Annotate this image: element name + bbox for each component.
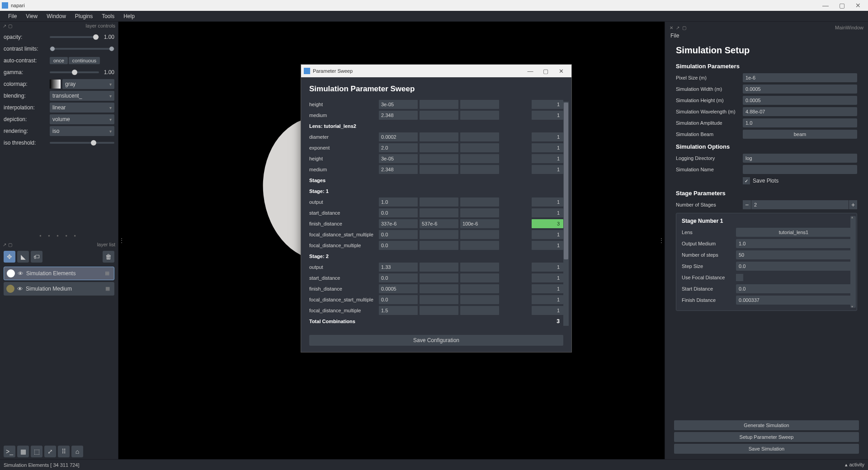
roll-icon[interactable]: ⬚ — [31, 446, 42, 457]
sweep-count[interactable]: 1 — [532, 273, 563, 282]
sweep-cell[interactable]: 0.0 — [379, 230, 418, 239]
sweep-cell[interactable] — [460, 111, 499, 120]
home-icon[interactable]: ⌂ — [71, 446, 83, 457]
sim-beam-select[interactable]: beam — [743, 130, 857, 139]
focal-checkbox[interactable] — [736, 274, 743, 281]
sweep-cell[interactable]: 0.0002 — [379, 132, 418, 141]
sweep-cell[interactable] — [420, 306, 458, 315]
sweep-cell[interactable] — [460, 273, 499, 282]
pixel-size-input[interactable]: 1e-6 — [743, 73, 857, 82]
sweep-cell[interactable] — [420, 197, 458, 207]
generate-simulation-button[interactable]: Generate Simulation — [674, 420, 859, 430]
sweep-cell[interactable] — [420, 165, 458, 174]
sweep-cell[interactable] — [460, 241, 499, 250]
sim-width-input[interactable]: 0.0005 — [743, 85, 857, 94]
sweep-cell[interactable] — [460, 295, 499, 304]
right-menu-file[interactable]: File — [667, 32, 866, 40]
sweep-cell[interactable] — [460, 306, 499, 315]
num-stages-stepper[interactable]: − 2 + — [743, 200, 857, 209]
lens-select[interactable]: tutorial_lens1 — [736, 228, 851, 237]
sweep-count[interactable]: 1 — [532, 284, 563, 293]
sweep-cell[interactable] — [420, 263, 458, 272]
undock-icon[interactable]: ↗ — [676, 25, 679, 30]
sweep-cell[interactable]: 3e-05 — [379, 154, 418, 163]
gamma-slider[interactable] — [50, 71, 99, 73]
sweep-cell[interactable]: 537e-6 — [420, 219, 458, 228]
sim-name-input[interactable] — [743, 165, 857, 174]
sweep-cell[interactable] — [420, 208, 458, 217]
select-tool-icon[interactable]: ◣ — [17, 251, 29, 263]
sweep-cell[interactable]: 1.5 — [379, 306, 418, 315]
start-distance-input[interactable]: 0.0 — [736, 284, 851, 293]
depiction-select[interactable]: volume — [50, 114, 114, 124]
sim-wavelength-input[interactable]: 4.88e-07 — [743, 107, 857, 116]
sweep-count[interactable]: 1 — [532, 132, 563, 141]
canvas-handle-right-icon[interactable]: ⋮ — [658, 237, 665, 244]
sweep-cell[interactable]: 0.0 — [379, 295, 418, 304]
auto-contrast-once[interactable]: once — [50, 57, 68, 64]
sweep-count[interactable]: 1 — [532, 143, 563, 152]
sweep-cell[interactable] — [420, 230, 458, 239]
sweep-count[interactable]: 1 — [532, 154, 563, 163]
canvas-handle-left-icon[interactable]: ⋮ — [118, 237, 125, 244]
sweep-cell[interactable]: 2.348 — [379, 165, 418, 174]
layer-item-simulation-elements[interactable]: 👁 Simulation Elements ▦ — [4, 267, 114, 280]
stepper-minus-icon[interactable]: − — [743, 200, 751, 209]
sweep-count[interactable]: 1 — [532, 197, 563, 207]
visibility-icon[interactable]: 👁 — [18, 270, 24, 277]
sweep-cell[interactable]: 3e-05 — [379, 100, 418, 109]
ndisplay-icon[interactable]: ▦ — [17, 446, 29, 457]
opacity-slider[interactable] — [50, 36, 99, 38]
save-simulation-button[interactable]: Save Simulation — [674, 444, 859, 454]
sweep-count[interactable]: 1 — [532, 263, 563, 272]
sweep-cell[interactable]: 0.0005 — [379, 284, 418, 293]
sim-amplitude-input[interactable]: 1.0 — [743, 118, 857, 127]
sweep-cell[interactable] — [460, 154, 499, 163]
sweep-cell[interactable] — [460, 197, 499, 207]
auto-contrast-continuous[interactable]: continuous — [69, 57, 100, 64]
dialog-minimize-button[interactable]: — — [523, 68, 538, 75]
sweep-count[interactable]: 1 — [532, 208, 563, 217]
sweep-cell[interactable] — [460, 208, 499, 217]
sweep-cell[interactable] — [420, 154, 458, 163]
stage-scrollbar[interactable] — [850, 216, 856, 308]
sweep-count[interactable]: 3 — [532, 219, 563, 228]
sweep-cell[interactable] — [420, 295, 458, 304]
activity-indicator[interactable]: ▴ activity — [845, 462, 864, 468]
sweep-cell[interactable] — [420, 132, 458, 141]
menu-tools[interactable]: Tools — [97, 12, 119, 20]
log-dir-input[interactable]: log — [743, 154, 857, 163]
dialog-scrollbar[interactable] — [563, 102, 569, 326]
dialog-titlebar[interactable]: Parameter Sweep — ▢ ✕ — [301, 65, 571, 77]
rendering-select[interactable]: iso — [50, 126, 114, 136]
undock-icon[interactable]: ↗ — [3, 242, 6, 247]
sweep-cell[interactable]: 337e-6 — [379, 219, 418, 228]
sweep-cell[interactable] — [420, 284, 458, 293]
sweep-cell[interactable]: 0.0 — [379, 208, 418, 217]
label-tool-icon[interactable]: 🏷 — [31, 251, 42, 263]
finish-distance-input[interactable]: 0.000337 — [736, 296, 851, 305]
sweep-cell[interactable]: 0.0 — [379, 273, 418, 282]
sweep-count[interactable]: 1 — [532, 306, 563, 315]
sweep-cell[interactable] — [460, 100, 499, 109]
menu-plugins[interactable]: Plugins — [71, 12, 97, 20]
interpolation-select[interactable]: linear — [50, 103, 114, 113]
sweep-cell[interactable]: 1.33 — [379, 263, 418, 272]
stepper-plus-icon[interactable]: + — [849, 200, 857, 209]
colormap-swatch[interactable] — [50, 80, 61, 89]
sweep-count[interactable]: 1 — [532, 295, 563, 304]
setup-parameter-sweep-button[interactable]: Setup Parameter Sweep — [674, 432, 859, 442]
pin-icon[interactable]: ▢ — [682, 25, 686, 30]
sweep-cell[interactable] — [420, 273, 458, 282]
panel-drag-handle[interactable]: ● ● ● ● ● — [0, 231, 118, 240]
minimize-button[interactable]: — — [817, 2, 834, 9]
layer-item-simulation-medium[interactable]: 👁 Simulation Medium ▦ — [4, 282, 114, 296]
sim-height-input[interactable]: 0.0005 — [743, 96, 857, 105]
sweep-cell[interactable] — [460, 165, 499, 174]
menu-view[interactable]: View — [21, 12, 42, 20]
save-plots-checkbox[interactable]: ✓ — [743, 177, 750, 184]
nsteps-input[interactable]: 50 — [736, 250, 851, 259]
save-configuration-button[interactable]: Save Configuration — [309, 335, 563, 346]
sweep-cell[interactable] — [460, 132, 499, 141]
sweep-cell[interactable]: 1.0 — [379, 197, 418, 207]
